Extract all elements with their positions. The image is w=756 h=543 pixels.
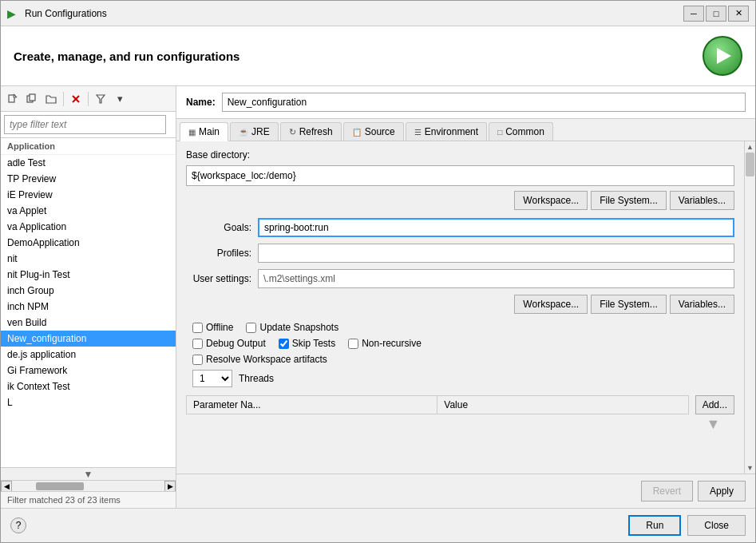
environment-tab-icon: ☰	[414, 128, 422, 137]
common-tab-icon: □	[497, 128, 502, 137]
variables-button-1[interactable]: Variables...	[670, 191, 734, 210]
right-panel: Name: ▦ Main ☕ JRE ↻ Refresh 📋	[176, 86, 755, 508]
update-snapshots-checkbox[interactable]	[246, 323, 256, 333]
window-icon: ▶	[7, 7, 20, 20]
run-icon	[717, 48, 731, 64]
scroll-down-arrow[interactable]: ▼	[745, 462, 755, 474]
filesystem-button-1[interactable]: File System...	[591, 191, 667, 210]
threads-select[interactable]: 1 2 4	[192, 370, 232, 387]
view-menu-button[interactable]: ▾	[111, 90, 129, 108]
user-settings-buttons: Workspace... File System... Variables...	[186, 295, 734, 314]
help-button[interactable]: ?	[10, 517, 26, 533]
base-directory-input[interactable]	[186, 165, 734, 186]
update-snapshots-checkbox-item: Update Snapshots	[246, 322, 338, 333]
scrollbar-thumb	[746, 153, 754, 176]
tree-item[interactable]: ik Context Test	[1, 379, 176, 394]
scroll-down-button[interactable]: ▼	[1, 467, 176, 480]
tree-item[interactable]: nit	[1, 251, 176, 267]
name-row: Name:	[176, 86, 755, 119]
left-toolbar: ▾	[1, 86, 176, 112]
restore-button[interactable]: □	[706, 6, 726, 22]
scroll-track	[12, 481, 164, 492]
workspace-button-1[interactable]: Workspace...	[514, 191, 588, 210]
apply-button[interactable]: Apply	[698, 481, 746, 501]
name-input[interactable]	[222, 93, 746, 112]
folder-button[interactable]	[42, 90, 60, 108]
scroll-right-button[interactable]: ▶	[164, 481, 176, 492]
offline-checkbox-item: Offline	[192, 322, 233, 333]
name-label: Name:	[186, 97, 216, 108]
scroll-thumb	[36, 482, 84, 490]
tree-item[interactable]: DemoApplication	[1, 235, 176, 251]
param-value-header: Value	[437, 396, 688, 414]
close-button[interactable]: Close	[687, 515, 746, 536]
minimize-button[interactable]: ─	[683, 6, 704, 22]
add-param-button[interactable]: Add...	[695, 395, 734, 414]
new-config-button[interactable]	[4, 90, 22, 108]
filter-input[interactable]	[4, 115, 166, 134]
tree-item[interactable]: inch NPM	[1, 299, 176, 315]
tab-main[interactable]: ▦ Main	[180, 122, 228, 141]
title-bar: ▶ Run Configurations ─ □ ✕	[1, 1, 755, 26]
tree-item-selected[interactable]: New_configuration	[1, 331, 176, 347]
refresh-tab-icon: ↻	[289, 127, 296, 137]
common-tab-label: Common	[505, 126, 544, 137]
delete-button[interactable]	[67, 90, 85, 108]
filesystem-button-2[interactable]: File System...	[591, 295, 667, 314]
right-scrollbar: ▲ ▼	[744, 141, 755, 474]
run-button[interactable]: Run	[628, 515, 681, 536]
tab-environment[interactable]: ☰ Environment	[406, 122, 487, 141]
tree-item[interactable]: Gi Framework	[1, 363, 176, 379]
offline-checkbox[interactable]	[192, 323, 203, 333]
tree-item[interactable]: adle Test	[1, 155, 176, 171]
tree-list: Application adle Test TP Preview iE Prev…	[1, 138, 176, 467]
tree-item[interactable]: va Applet	[1, 203, 176, 219]
source-tab-icon: 📋	[352, 128, 362, 137]
horizontal-scrollbar[interactable]: ◀ ▶	[1, 480, 176, 491]
header: Create, manage, and run configurations	[1, 26, 755, 86]
non-recursive-label: Non-recursive	[362, 338, 422, 349]
tree-item[interactable]: de.js application	[1, 347, 176, 363]
tab-refresh[interactable]: ↻ Refresh	[280, 122, 342, 141]
scroll-left-button[interactable]: ◀	[1, 481, 12, 492]
close-button[interactable]: ✕	[728, 6, 749, 22]
base-dir-buttons: Workspace... File System... Variables...	[186, 191, 734, 210]
tree-item[interactable]: inch Group	[1, 283, 176, 299]
run-button-large[interactable]	[703, 36, 742, 76]
tree-item[interactable]: iE Preview	[1, 187, 176, 203]
param-scroll-arrow: ▼	[706, 416, 720, 433]
param-buttons: Add... ▼	[692, 395, 734, 433]
tab-jre[interactable]: ☕ JRE	[230, 122, 279, 141]
tab-common[interactable]: □ Common	[489, 122, 553, 141]
user-settings-input[interactable]	[258, 269, 734, 288]
profiles-input[interactable]	[258, 244, 734, 263]
profiles-label: Profiles:	[186, 248, 258, 259]
duplicate-config-button[interactable]	[23, 90, 41, 108]
header-title: Create, manage, and run configurations	[14, 50, 239, 63]
tree-item[interactable]: TP Preview	[1, 171, 176, 187]
scroll-up-arrow[interactable]: ▲	[745, 141, 755, 153]
non-recursive-checkbox[interactable]	[348, 339, 358, 349]
filter-status: Filter matched 23 of 23 items	[1, 491, 176, 508]
tree-item[interactable]: nit Plug-in Test	[1, 267, 176, 283]
tree-item[interactable]: L	[1, 394, 176, 410]
run-configurations-window: ▶ Run Configurations ─ □ ✕ Create, manag…	[0, 0, 756, 543]
tab-source[interactable]: 📋 Source	[343, 122, 404, 141]
tree-item[interactable]: ven Build	[1, 315, 176, 331]
checkboxes-row-1: Offline Update Snapshots	[186, 322, 734, 333]
resolve-workspace-checkbox[interactable]	[192, 355, 203, 365]
param-table-wrapper: Parameter Na... Value	[186, 395, 689, 414]
tree-item[interactable]: va Application	[1, 219, 176, 235]
revert-button[interactable]: Revert	[641, 481, 693, 501]
tab-content-wrapper: Base directory: Workspace... File System…	[176, 141, 755, 474]
variables-button-2[interactable]: Variables...	[670, 295, 734, 314]
param-table: Parameter Na... Value	[186, 395, 689, 414]
checkboxes-row-3: Resolve Workspace artifacts	[186, 354, 734, 365]
revert-apply-buttons: Revert Apply	[641, 481, 746, 501]
skip-tests-checkbox[interactable]	[279, 339, 289, 349]
filter-button[interactable]	[92, 90, 109, 108]
debug-output-checkbox[interactable]	[192, 339, 203, 349]
main-content: ▾ Application adle Test TP Preview iE Pr…	[1, 86, 755, 508]
workspace-button-2[interactable]: Workspace...	[514, 295, 588, 314]
goals-input[interactable]	[258, 218, 734, 237]
